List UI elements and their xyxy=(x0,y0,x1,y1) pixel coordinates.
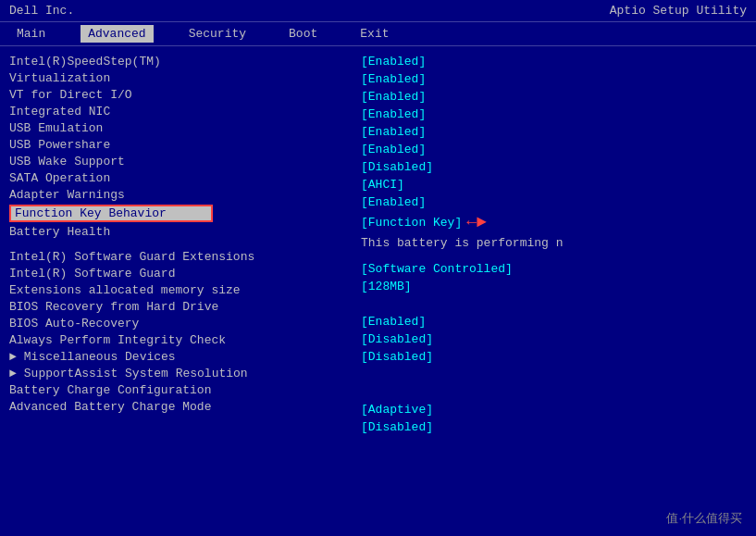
value-sg: [128MB] xyxy=(361,279,747,295)
red-arrow-icon: ←► xyxy=(466,213,487,231)
setting-integrated-nic[interactable]: Integrated NIC xyxy=(9,104,352,119)
setting-usb-emulation[interactable]: USB Emulation xyxy=(9,120,352,136)
setting-label-vt-direct: VT for Direct I/O xyxy=(9,88,213,102)
setting-function-key[interactable]: Function Key Behavior xyxy=(9,204,352,223)
setting-adapter-warnings[interactable]: Adapter Warnings xyxy=(9,187,352,203)
setting-label-usb-powershare: USB Powershare xyxy=(9,138,213,152)
bullet-misc: ► xyxy=(9,350,17,364)
setting-alloc-mem[interactable]: Extensions allocated memory size xyxy=(9,282,352,298)
setting-sge[interactable]: Intel(R) Software Guard Extensions xyxy=(9,249,352,265)
setting-label-battery-charge: Battery Charge Configuration xyxy=(9,383,213,397)
value-vt-direct: [Enabled] xyxy=(361,89,747,106)
setting-label-virtualization: Virtualization xyxy=(9,71,213,85)
setting-label-sg: Intel(R) Software Guard xyxy=(9,267,213,280)
header-bar: Dell Inc. Aptio Setup Utility xyxy=(0,0,756,22)
setting-label-misc-devices: Miscellaneous Devices xyxy=(24,350,228,364)
setting-supportassist[interactable]: ► SupportAssist System Resolution xyxy=(9,366,352,381)
setting-usb-wake[interactable]: USB Wake Support xyxy=(9,154,352,169)
value-speedstep: [Enabled] xyxy=(361,54,747,70)
value-sge: [Software Controlled] xyxy=(361,261,747,278)
setting-label-speedstep: Intel(R)SpeedStep(TM) xyxy=(9,55,213,69)
setting-sata[interactable]: SATA Operation xyxy=(9,170,352,186)
setting-virtualization[interactable]: Virtualization xyxy=(9,70,352,86)
value-bios-auto: [Disabled] xyxy=(361,331,747,348)
value-virtualization: [Enabled] xyxy=(361,71,747,88)
setting-battery-charge[interactable]: Battery Charge Configuration xyxy=(9,382,352,398)
menu-advanced[interactable]: Advanced xyxy=(81,25,153,43)
watermark: 值·什么值得买 xyxy=(666,510,742,527)
menu-main[interactable]: Main xyxy=(9,25,53,43)
setting-label-bios-auto: BIOS Auto-Recovery xyxy=(9,317,213,330)
setting-label-sata: SATA Operation xyxy=(9,171,213,185)
value-integrated-nic: [Enabled] xyxy=(361,106,747,123)
value-usb-wake: [Disabled] xyxy=(361,159,747,176)
value-sata: [AHCI] xyxy=(361,177,747,193)
value-adapter-warnings: [Enabled] xyxy=(361,194,747,211)
settings-list: Intel(R)SpeedStep(TM) Virtualization VT … xyxy=(9,54,352,521)
setting-label-supportassist: SupportAssist System Resolution xyxy=(24,367,248,380)
value-battery-charge: [Adaptive] xyxy=(361,402,747,418)
value-battery-health: This battery is performing n xyxy=(361,235,747,252)
setting-label-sge: Intel(R) Software Guard Extensions xyxy=(9,250,254,264)
content-area: Intel(R)SpeedStep(TM) Virtualization VT … xyxy=(0,46,756,529)
setting-vt-direct[interactable]: VT for Direct I/O xyxy=(9,87,352,103)
menu-security[interactable]: Security xyxy=(181,25,254,43)
setting-label-usb-wake: USB Wake Support xyxy=(9,155,213,168)
menu-boot[interactable]: Boot xyxy=(281,25,325,43)
value-bios-recovery: [Enabled] xyxy=(361,314,747,330)
setting-label-function-key: Function Key Behavior xyxy=(9,205,213,222)
setting-label-usb-emulation: USB Emulation xyxy=(9,121,213,135)
value-supportassist xyxy=(361,384,747,401)
setting-label-adv-battery: Advanced Battery Charge Mode xyxy=(9,400,213,414)
setting-misc-devices[interactable]: ► Miscellaneous Devices xyxy=(9,349,352,365)
value-alloc-mem xyxy=(361,296,747,313)
setting-integrity[interactable]: Always Perform Integrity Check xyxy=(9,332,352,348)
setting-adv-battery[interactable]: Advanced Battery Charge Mode xyxy=(9,399,352,415)
value-usb-powershare: [Enabled] xyxy=(361,142,747,158)
utility-title: Aptio Setup Utility xyxy=(610,4,747,18)
value-usb-emulation: [Enabled] xyxy=(361,124,747,141)
bullet-supportassist: ► xyxy=(9,367,17,380)
setting-speedstep[interactable]: Intel(R)SpeedStep(TM) xyxy=(9,54,352,69)
setting-usb-powershare[interactable]: USB Powershare xyxy=(9,137,352,153)
value-function-key: [Function Key] ←► xyxy=(361,212,747,232)
section-gap-1 xyxy=(9,241,352,248)
values-area: [Enabled] [Enabled] [Enabled] [Enabled] … xyxy=(361,54,747,521)
value-adv-battery: [Disabled] xyxy=(361,419,747,436)
brand-label: Dell Inc. xyxy=(9,4,74,18)
value-integrity: [Disabled] xyxy=(361,349,747,366)
setting-label-battery-health: Battery Health xyxy=(9,225,213,239)
section-gap-values xyxy=(361,253,747,260)
value-misc-devices xyxy=(361,367,747,383)
setting-label-integrity: Always Perform Integrity Check xyxy=(9,333,226,347)
setting-bios-recovery[interactable]: BIOS Recovery from Hard Drive xyxy=(9,299,352,315)
setting-battery-health[interactable]: Battery Health xyxy=(9,224,352,240)
setting-label-adapter-warnings: Adapter Warnings xyxy=(9,188,213,202)
setting-label-bios-recovery: BIOS Recovery from Hard Drive xyxy=(9,300,218,314)
setting-label-integrated-nic: Integrated NIC xyxy=(9,105,213,118)
menu-exit[interactable]: Exit xyxy=(353,25,396,43)
setting-bios-auto[interactable]: BIOS Auto-Recovery xyxy=(9,316,352,331)
setting-sg[interactable]: Intel(R) Software Guard xyxy=(9,266,352,281)
menu-bar: Main Advanced Security Boot Exit xyxy=(0,22,756,46)
setting-label-alloc-mem: Extensions allocated memory size xyxy=(9,283,241,297)
